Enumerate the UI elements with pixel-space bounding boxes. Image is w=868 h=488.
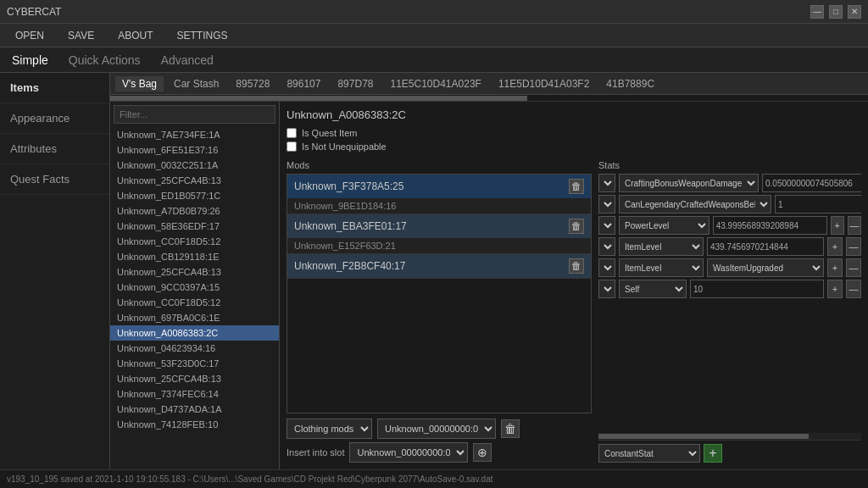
mod-sub-label: Unknown_E152F63D:21 [287, 238, 591, 253]
menu-save[interactable]: SAVE [56, 26, 106, 45]
list-item[interactable]: Unknown_7374FEC6:14 [110, 386, 279, 402]
list-item[interactable]: Unknown_7AE734FE:1A [110, 127, 279, 142]
stat-type-dropdown[interactable]: n [598, 280, 615, 298]
item-list: Unknown_7AE734FE:1AUnknown_6FE51E37:16Un… [110, 127, 279, 469]
list-item[interactable]: Unknown_25CFCA4B:13 [110, 371, 279, 386]
stat-name-dropdown[interactable]: ItemLevel [619, 237, 704, 256]
stat-decrement-button[interactable]: — [846, 258, 861, 277]
titlebar: CYBERCAT — □ ✕ [0, 0, 868, 24]
bag-tab-11e5d1[interactable]: 11E5D10D41A03F2 [492, 76, 596, 92]
is-quest-item-row[interactable]: Is Quest Item [287, 128, 861, 138]
stat-decrement-button[interactable]: — [846, 237, 861, 256]
list-item[interactable]: Unknown_25CFCA4B:13 [110, 173, 279, 188]
menu-open[interactable]: OPEN [3, 26, 56, 45]
list-item[interactable]: Unknown_53F23D0C:17 [110, 356, 279, 371]
list-item[interactable]: Unknown_CB129118:1E [110, 249, 279, 264]
tab-quick-actions[interactable]: Quick Actions [64, 50, 146, 70]
mod-delete-button[interactable]: 🗑 [569, 179, 584, 194]
list-item[interactable]: Unknown_ED1B0577:1C [110, 188, 279, 203]
mod-value-dropdown1[interactable]: Unknown_00000000:00 [377, 419, 496, 439]
stat-name-dropdown[interactable]: CanLegendaryCraftedWeaponsBeBoosted [619, 195, 771, 214]
stats-label: Stats [598, 160, 861, 170]
minimize-button[interactable]: — [810, 5, 824, 19]
bag-tab-41b788[interactable]: 41B7889C [599, 76, 661, 92]
menu-settings[interactable]: SETTINGS [164, 26, 239, 45]
clothing-mods-dropdown[interactable]: Clothing mods [287, 419, 372, 439]
list-item[interactable]: Unknown_CC0F18D5:12 [110, 295, 279, 310]
maximize-button[interactable]: □ [829, 5, 843, 19]
stat-increment-button[interactable]: + [827, 280, 843, 298]
stat-row: ▾CraftingBonusWeaponDamage+— [598, 174, 861, 192]
stat-value-input[interactable] [707, 237, 824, 256]
mods-stats-area: Mods Unknown_F3F378A5:25🗑Unknown_9BE1D18… [287, 160, 861, 463]
stat-type-dropdown[interactable]: ▾ [598, 237, 615, 256]
list-item[interactable]: Unknown_9CC0397A:15 [110, 280, 279, 295]
menu-about[interactable]: ABOUT [106, 26, 164, 45]
mod-delete-button[interactable]: 🗑 [569, 258, 584, 274]
list-item[interactable]: Unknown_A0086383:2C [110, 325, 279, 341]
slot-dropdown[interactable]: Unknown_00000000:00 [349, 442, 468, 463]
bag-tab-896107[interactable]: 896107 [280, 76, 327, 92]
tab-simple[interactable]: Simple [7, 50, 53, 70]
list-item[interactable]: Unknown_A7DB0B79:26 [110, 203, 279, 219]
sidebar-item-appearance[interactable]: Appearance [0, 103, 109, 134]
list-item[interactable]: Unknown_58E36EDF:17 [110, 219, 279, 234]
bottom-controls: Clothing mods Unknown_00000000:00 🗑 [287, 413, 592, 441]
stat-decrement-button[interactable]: — [846, 280, 861, 298]
stat-name-dropdown[interactable]: Self [619, 280, 687, 298]
bag-tab-895728[interactable]: 895728 [229, 76, 276, 92]
mod-id-label: Unknown_EBA3FE01:17 [294, 220, 407, 232]
sidebar-item-items[interactable]: Items [0, 73, 109, 103]
bags-bar: V's Bag Car Stash 895728 896107 897D78 1… [110, 73, 868, 95]
stat-value-input[interactable] [690, 280, 824, 298]
list-item[interactable]: Unknown_697BA0C6:1E [110, 310, 279, 325]
stats-scrollbar[interactable] [598, 433, 861, 440]
list-item[interactable]: Unknown_25CFCA4B:13 [110, 264, 279, 280]
filter-input[interactable] [114, 105, 275, 124]
stat-value-input[interactable] [713, 216, 827, 235]
stat-increment-button[interactable]: + [827, 237, 843, 256]
stat-value-dropdown[interactable]: WasItemUpgraded [707, 258, 824, 277]
list-item[interactable]: Unknown_6FE51E37:16 [110, 142, 279, 158]
tab-advanced[interactable]: Advanced [156, 50, 219, 70]
stat-name-dropdown[interactable]: PowerLevel [619, 216, 709, 235]
stats-bottom: ConstantStat + [598, 440, 861, 463]
stat-value-input[interactable] [762, 174, 861, 192]
bag-tab-vs-bag[interactable]: V's Bag [115, 76, 164, 92]
bags-scrollbar[interactable] [110, 95, 868, 102]
stat-value-input[interactable] [775, 195, 861, 214]
mod-delete-button[interactable]: 🗑 [569, 219, 584, 234]
mod-entry: Unknown_F3F378A5:25🗑Unknown_9BE1D184:16 [287, 175, 591, 214]
constant-stat-dropdown[interactable]: ConstantStat [598, 444, 700, 463]
is-not-unequippable-row[interactable]: Is Not Unequippable [287, 141, 861, 152]
list-item[interactable]: Unknown_0032C251:1A [110, 158, 279, 173]
stat-type-dropdown[interactable]: ▾ [598, 195, 615, 214]
sidebar-item-attributes[interactable]: Attributes [0, 134, 109, 164]
list-item[interactable]: Unknown_CC0F18D5:12 [110, 234, 279, 249]
bag-tab-897d78[interactable]: 897D78 [331, 76, 380, 92]
list-item[interactable]: Unknown_D4737ADA:1A [110, 402, 279, 417]
mod-header[interactable]: Unknown_EBA3FE01:17🗑 [287, 214, 591, 238]
stat-type-dropdown[interactable]: ▾ [598, 174, 615, 192]
list-item[interactable]: Unknown_04623934:16 [110, 341, 279, 356]
stat-type-dropdown[interactable]: ▾ [598, 258, 615, 277]
add-stat-btn[interactable]: + [704, 444, 722, 463]
is-not-unequippable-checkbox[interactable] [287, 141, 297, 152]
mod-header[interactable]: Unknown_F2B8CF40:17🗑 [287, 254, 591, 278]
bag-tab-car-stash[interactable]: Car Stash [167, 76, 225, 92]
slot-add-btn[interactable]: ⊕ [473, 443, 492, 462]
sidebar-item-quest-facts[interactable]: Quest Facts [0, 164, 109, 195]
delete-mod-btn[interactable]: 🗑 [501, 419, 520, 438]
stat-type-dropdown[interactable]: ▾ [598, 216, 615, 235]
stat-name-dropdown[interactable]: ItemLevel [619, 258, 704, 277]
mod-header[interactable]: Unknown_F3F378A5:25🗑 [287, 175, 591, 198]
bag-tab-11e5c1[interactable]: 11E5C10D41A023F [383, 76, 487, 92]
stat-increment-button[interactable]: + [827, 258, 843, 277]
close-button[interactable]: ✕ [848, 5, 861, 19]
is-quest-item-checkbox[interactable] [287, 128, 297, 138]
stat-increment-button[interactable]: + [831, 216, 844, 235]
stat-name-dropdown[interactable]: CraftingBonusWeaponDamage [619, 174, 759, 192]
list-item[interactable]: Unknown_74128FEB:10 [110, 417, 279, 432]
titlebar-controls: — □ ✕ [810, 5, 861, 19]
stat-decrement-button[interactable]: — [848, 216, 861, 235]
